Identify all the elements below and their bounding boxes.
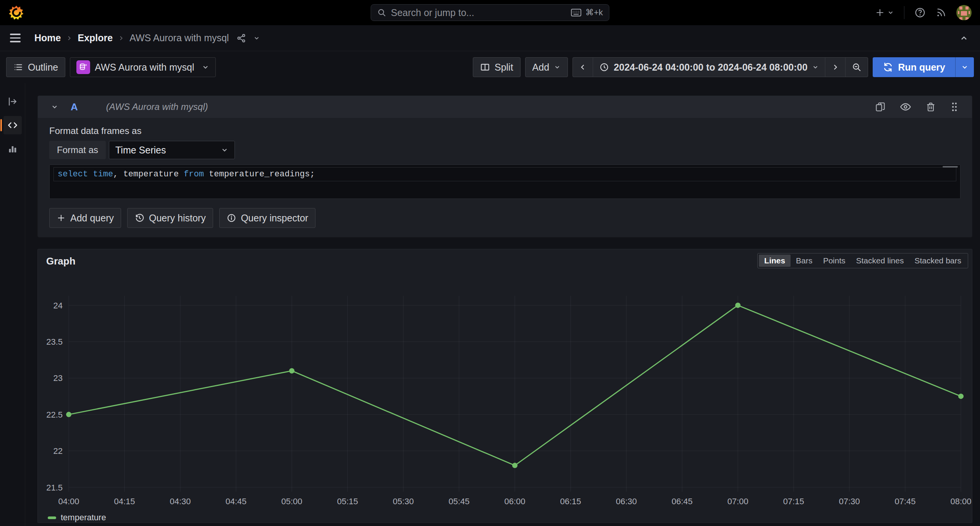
x-axis-tick-label: 05:15: [337, 497, 358, 506]
run-query-dropdown-button[interactable]: [955, 57, 974, 77]
sql-editor[interactable]: select time, temperature from temperatur…: [49, 165, 961, 199]
datasource-picker[interactable]: AWS Aurora with mysql: [70, 57, 216, 77]
zoom-out-button[interactable]: [846, 58, 868, 77]
format-select-value: Time Series: [115, 145, 166, 156]
chevron-down-icon: [253, 35, 260, 42]
toolbar-left: Outline AWS Aurora with mysql: [6, 57, 216, 77]
collapse-controls-button[interactable]: [959, 34, 969, 43]
sql-token: , temperature: [113, 169, 184, 179]
code-tab[interactable]: [3, 116, 22, 134]
style-tab-stacked-bars[interactable]: Stacked bars: [909, 255, 967, 267]
query-ref-id: A: [71, 101, 78, 113]
add-query-label: Add query: [70, 213, 114, 224]
visualization-tab[interactable]: [3, 140, 22, 158]
add-query-button[interactable]: Add query: [49, 208, 121, 228]
duplicate-query-button[interactable]: [875, 102, 886, 112]
y-axis-tick-label: 23.5: [46, 337, 63, 347]
format-row: Format as Time Series: [49, 141, 961, 159]
y-axis-tick-label: 24: [53, 301, 63, 310]
avatar[interactable]: [956, 5, 972, 20]
chevron-down-icon: [554, 64, 561, 71]
x-axis-tick-label: 05:45: [448, 497, 469, 506]
query-history-button[interactable]: Query history: [127, 208, 213, 228]
time-range-text: 2024-06-24 04:00:00 to 2024-06-24 08:00:…: [614, 62, 807, 73]
x-axis-tick-label: 07:30: [839, 497, 860, 506]
sql-token: from: [184, 169, 204, 179]
chart-gridlines: [69, 296, 961, 492]
legend-series-label: temperature: [61, 513, 106, 523]
query-inspector-label: Query inspector: [241, 213, 308, 224]
grafana-logo[interactable]: [8, 5, 24, 21]
chevron-down-icon: [812, 64, 819, 71]
toggle-query-visibility-button[interactable]: [899, 101, 912, 113]
share-icon: [236, 33, 246, 43]
time-back-button[interactable]: [573, 58, 593, 77]
x-axis-tick-label: 04:45: [225, 497, 246, 506]
drag-handle[interactable]: [950, 102, 959, 112]
sql-query-line[interactable]: select time, temperature from temperatur…: [53, 167, 956, 181]
add-button[interactable]: Add: [525, 57, 568, 77]
breadcrumb-explore[interactable]: Explore: [78, 32, 113, 44]
legend-series-swatch: [48, 516, 56, 519]
share-button[interactable]: [236, 33, 246, 43]
chevron-right-icon: [831, 63, 839, 71]
explore-side-rail: [0, 83, 25, 526]
help-button[interactable]: [914, 7, 926, 18]
style-tab-bars[interactable]: Bars: [791, 255, 818, 267]
time-forward-button[interactable]: [825, 58, 846, 77]
bar-chart-icon: [7, 144, 18, 154]
style-tab-lines[interactable]: Lines: [759, 255, 791, 267]
time-series-chart[interactable]: 21.52222.52323.52404:0004:1504:3004:4505…: [39, 292, 971, 513]
toolbar-right: Split Add 2024-06-24 04:00:00 to 2024-06…: [473, 57, 974, 77]
breadcrumb-home[interactable]: Home: [34, 32, 61, 44]
time-range-button[interactable]: 2024-06-24 04:00:00 to 2024-06-24 08:00:…: [593, 58, 825, 77]
editor-scrollbar[interactable]: [943, 166, 958, 168]
breadcrumb-current: AWS Aurora with mysql: [129, 32, 229, 44]
outline-button[interactable]: Outline: [6, 57, 65, 77]
share-dropdown-button[interactable]: [253, 35, 260, 42]
chevron-down-icon: [961, 63, 969, 71]
format-as-label: Format as: [49, 141, 106, 159]
chevron-up-icon: [959, 34, 969, 43]
menu-toggle-button[interactable]: [10, 34, 21, 42]
chart-legend[interactable]: temperature: [48, 513, 106, 523]
add-label: Add: [532, 62, 549, 73]
explore-content: A (AWS Aurora with mysql): [25, 83, 980, 526]
query-datasource-hint: (AWS Aurora with mysql): [106, 102, 208, 112]
format-select[interactable]: Time Series: [109, 141, 235, 159]
delete-query-button[interactable]: [925, 102, 936, 112]
outline-icon: [13, 62, 23, 72]
chevron-down-icon: [887, 9, 894, 16]
news-button[interactable]: [936, 7, 946, 18]
plus-icon: [875, 8, 885, 18]
collapse-query-button[interactable]: [51, 103, 58, 111]
query-editor-body: Format data frames as Format as Time Ser…: [38, 118, 972, 237]
data-point: [735, 303, 741, 308]
query-inspector-button[interactable]: Query inspector: [219, 208, 315, 228]
query-row-actions: [875, 101, 959, 113]
search-bar[interactable]: ⌘+k: [371, 4, 610, 21]
style-tab-points[interactable]: Points: [818, 255, 851, 267]
search-input[interactable]: [391, 7, 566, 18]
x-axis-tick-label: 06:45: [671, 497, 692, 506]
code-icon: [7, 119, 18, 131]
x-axis-tick-label: 07:45: [894, 497, 915, 506]
split-button[interactable]: Split: [473, 57, 521, 77]
clock-icon: [599, 62, 609, 72]
info-circle-icon: [226, 213, 236, 223]
new-button[interactable]: [875, 8, 894, 18]
open-drawer-button[interactable]: [3, 92, 22, 111]
style-tab-stacked-lines[interactable]: Stacked lines: [851, 255, 909, 267]
data-point: [512, 463, 517, 468]
run-query-button[interactable]: Run query: [873, 57, 955, 77]
sql-token: select: [58, 169, 88, 179]
datasource-name: AWS Aurora with mysql: [95, 62, 194, 73]
panel-title: Graph: [46, 255, 76, 267]
avatar-image: [956, 5, 972, 20]
query-history-label: Query history: [149, 213, 206, 224]
graph-style-tabs: LinesBarsPointsStacked linesStacked bars: [757, 253, 968, 268]
chevron-right-icon: [118, 35, 124, 41]
query-editor-card: A (AWS Aurora with mysql): [37, 95, 972, 237]
breadcrumb-bar: Home Explore AWS Aurora with mysql: [0, 25, 980, 51]
data-point: [289, 368, 294, 373]
